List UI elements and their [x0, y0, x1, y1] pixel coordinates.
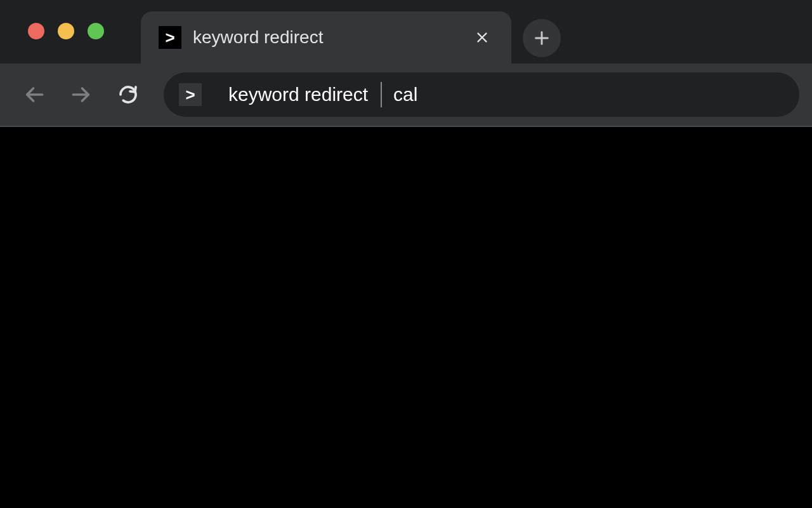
plus-icon [533, 29, 551, 47]
tab-favicon: > [159, 26, 181, 49]
window-minimize-button[interactable] [58, 23, 74, 39]
window-controls [28, 23, 104, 39]
browser-chrome: > keyword redirect [0, 0, 812, 127]
omnibox-keyword-prefix: keyword redirect [228, 84, 368, 105]
arrow-right-icon [70, 84, 92, 105]
tab-close-button[interactable] [472, 27, 492, 48]
tab-strip: > keyword redirect [0, 0, 812, 64]
omnibox-divider [381, 82, 382, 107]
window-close-button[interactable] [28, 23, 44, 39]
page-content [0, 127, 812, 508]
address-bar[interactable]: > keyword redirect cal [164, 72, 799, 117]
omnibox-favicon: > [179, 83, 202, 106]
new-tab-button[interactable] [523, 19, 561, 57]
tab-title: keyword redirect [193, 27, 472, 48]
toolbar: > keyword redirect cal [0, 64, 812, 127]
active-tab[interactable]: > keyword redirect [141, 11, 511, 64]
window-maximize-button[interactable] [88, 23, 104, 39]
reload-icon [118, 84, 138, 105]
tab-favicon-glyph: > [165, 29, 174, 46]
reload-button[interactable] [110, 77, 146, 112]
omnibox-query-text: cal [393, 84, 417, 105]
arrow-left-icon [23, 84, 45, 105]
omnibox-favicon-glyph: > [185, 86, 195, 103]
close-icon [475, 30, 489, 44]
back-button[interactable] [16, 77, 52, 112]
forward-button[interactable] [63, 77, 99, 112]
